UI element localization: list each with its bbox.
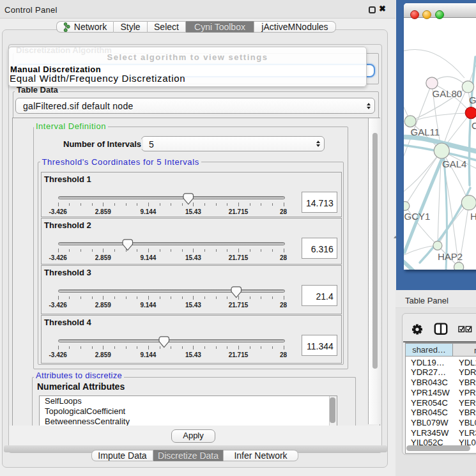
svg-text:C: C	[472, 120, 476, 131]
svg-text:GAL11: GAL11	[410, 127, 440, 137]
svg-text:GAL80: GAL80	[432, 88, 462, 99]
svg-text:G.: G.	[469, 95, 476, 105]
svg-text:GCY1: GCY1	[404, 211, 430, 222]
svg-text:H: H	[470, 211, 476, 222]
svg-text:GAL4: GAL4	[442, 158, 466, 169]
svg-text:HAP2: HAP2	[438, 251, 463, 262]
